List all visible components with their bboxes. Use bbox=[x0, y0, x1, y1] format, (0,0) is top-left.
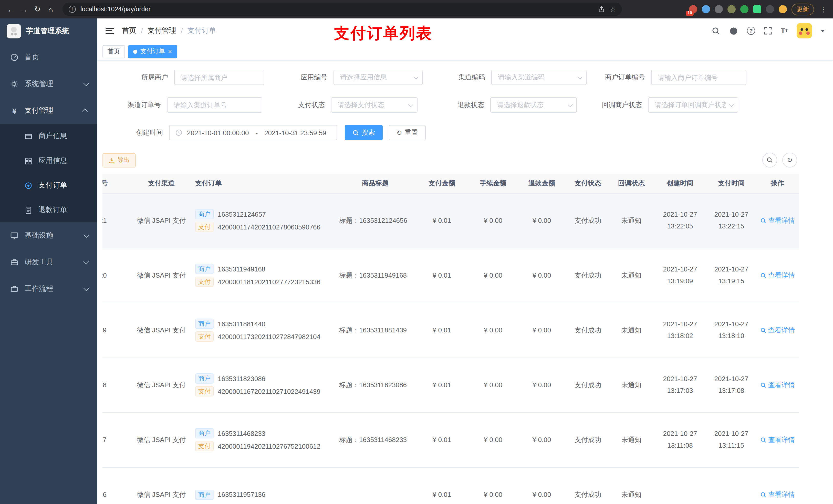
view-detail-link[interactable]: 查看详情 bbox=[760, 380, 795, 389]
clock-icon bbox=[175, 129, 182, 136]
merchant-order-no-input[interactable] bbox=[651, 70, 746, 85]
breadcrumb-home[interactable]: 首页 bbox=[122, 26, 136, 35]
app-window: ← → ↻ ⌂ i localhost:1024/pay/order ☆ 10 bbox=[0, 0, 833, 504]
cell-id: 118 bbox=[102, 358, 130, 412]
channel-order-no-input[interactable] bbox=[167, 97, 262, 113]
search-icon[interactable] bbox=[712, 26, 720, 35]
chevron-down-icon bbox=[84, 285, 89, 291]
cell-channel: 微信 JSAPI 支付 bbox=[130, 467, 192, 504]
sidebar-item-label: 退款订单 bbox=[39, 206, 67, 215]
sidebar-item-pay-order[interactable]: 支付订单 bbox=[0, 173, 97, 198]
cell-paid: 2021-10-2713:19:15 bbox=[707, 248, 756, 303]
table-row: 117 微信 JSAPI 支付 商户1635311468233 支付420000… bbox=[102, 412, 799, 467]
cell-title: 标题：1635312124656 bbox=[336, 193, 415, 248]
font-size-icon[interactable]: TT bbox=[781, 27, 788, 35]
sidebar-item-system[interactable]: 系统管理 bbox=[0, 71, 97, 97]
breadcrumb-current: 支付订单 bbox=[188, 26, 216, 35]
browser-update-button[interactable]: 更新 bbox=[791, 3, 814, 15]
cell-pay-status: 支付成功 bbox=[566, 467, 610, 504]
browser-back-icon[interactable]: ← bbox=[4, 3, 18, 16]
view-detail-link[interactable]: 查看详情 bbox=[760, 490, 795, 499]
view-detail-link[interactable]: 查看详情 bbox=[760, 216, 795, 225]
owner-merchant-input[interactable] bbox=[174, 70, 264, 85]
pay-status-select[interactable]: 请选择支付状态 bbox=[331, 97, 418, 113]
channel-code-select[interactable]: 请输入渠道编码 bbox=[491, 70, 587, 85]
help-icon[interactable]: ? bbox=[747, 27, 755, 35]
chevron-down-icon bbox=[408, 102, 413, 107]
sidebar-item-merchant-info[interactable]: 商户信息 bbox=[0, 124, 97, 148]
filter-label: 创建时间 bbox=[102, 128, 169, 137]
refresh-table-button[interactable]: ↻ bbox=[782, 153, 797, 167]
tab-home[interactable]: 首页 bbox=[102, 45, 125, 58]
view-detail-link[interactable]: 查看详情 bbox=[760, 271, 795, 280]
sidebar-item-refund-order[interactable]: 退款订单 bbox=[0, 198, 97, 222]
browser-menu-icon[interactable]: ⋮ bbox=[819, 5, 828, 13]
col-fee: 手续金额 bbox=[469, 174, 518, 193]
share-icon[interactable] bbox=[598, 6, 605, 13]
cell-paid: 2021-10-2713:17:08 bbox=[707, 358, 756, 412]
toggle-search-button[interactable] bbox=[762, 153, 777, 167]
github-icon[interactable] bbox=[729, 26, 738, 35]
cell-amount: ¥ 0.01 bbox=[415, 193, 469, 248]
filter-label: 商户订单编号 bbox=[587, 73, 651, 82]
extension-icon[interactable] bbox=[753, 5, 761, 13]
browser-forward-icon[interactable]: → bbox=[18, 3, 31, 16]
cell-notify-status: 未通知 bbox=[610, 412, 653, 467]
browser-refresh-icon[interactable]: ↻ bbox=[31, 3, 44, 16]
user-dropdown-caret-icon[interactable] bbox=[821, 29, 825, 32]
cell-fee: ¥ 0.00 bbox=[469, 303, 518, 358]
cell-refund: ¥ 0.00 bbox=[518, 193, 566, 248]
table-row: 121 微信 JSAPI 支付 商户1635312124657 支付420000… bbox=[102, 193, 799, 248]
merchant-order-no: 1635311949168 bbox=[218, 265, 265, 273]
url-text[interactable]: localhost:1024/pay/order bbox=[80, 6, 594, 13]
reset-button[interactable]: ↻ 重置 bbox=[389, 125, 426, 140]
cell-id: 119 bbox=[102, 303, 130, 358]
user-avatar[interactable] bbox=[796, 23, 812, 39]
filter-create-time: 创建时间 2021-10-01 00:00:00 - 2021-10-31 23… bbox=[102, 125, 337, 140]
cell-title: 标题：1635311823086 bbox=[336, 358, 415, 412]
extension-icon[interactable] bbox=[715, 5, 723, 13]
sidebar-item-home[interactable]: 首页 bbox=[0, 44, 97, 71]
create-time-range-picker[interactable]: 2021-10-01 00:00:00 - 2021-10-31 23:59:5… bbox=[169, 125, 337, 140]
extension-icon[interactable] bbox=[702, 5, 710, 13]
chevron-down-icon bbox=[84, 232, 89, 238]
extension-pin-icon[interactable] bbox=[766, 5, 774, 13]
site-info-icon[interactable]: i bbox=[69, 6, 76, 13]
app-logo-row[interactable]: 芋道管理系统 bbox=[0, 19, 97, 44]
profile-avatar-icon[interactable] bbox=[779, 5, 787, 13]
tab-pay-order[interactable]: 支付订单 × bbox=[128, 45, 177, 58]
extension-icon[interactable] bbox=[728, 5, 736, 13]
sidebar-item-pay-management[interactable]: ¥ 支付管理 bbox=[0, 97, 97, 124]
sidebar-item-dev-tools[interactable]: 研发工具 bbox=[0, 249, 97, 275]
col-id: 编号 bbox=[102, 174, 130, 193]
fullscreen-icon[interactable] bbox=[764, 27, 772, 35]
sidebar-item-workflow[interactable]: 工作流程 bbox=[0, 275, 97, 302]
sidebar-toggle-icon[interactable] bbox=[105, 28, 114, 34]
extension-check-icon[interactable] bbox=[740, 5, 748, 13]
cell-refund: ¥ 0.00 bbox=[518, 412, 566, 467]
sidebar-item-infrastructure[interactable]: 基础设施 bbox=[0, 222, 97, 249]
cell-channel: 微信 JSAPI 支付 bbox=[130, 193, 192, 248]
pay-tag: 支付 bbox=[195, 386, 214, 397]
sidebar-item-label: 研发工具 bbox=[25, 258, 53, 267]
close-icon[interactable]: × bbox=[168, 48, 172, 55]
browser-home-icon[interactable]: ⌂ bbox=[44, 3, 57, 16]
notify-status-select[interactable]: 请选择订单回调商户状态 bbox=[648, 97, 738, 113]
refund-status-select[interactable]: 请选择退款状态 bbox=[490, 97, 577, 113]
bookmark-star-icon[interactable]: ☆ bbox=[610, 5, 616, 13]
cell-notify-status: 未通知 bbox=[610, 248, 653, 303]
export-button[interactable]: 导出 bbox=[102, 153, 136, 167]
col-created: 创建时间 bbox=[653, 174, 707, 193]
pay-order-no: 4200001194202110276752100612 bbox=[218, 442, 320, 450]
view-detail-link[interactable]: 查看详情 bbox=[760, 435, 795, 444]
content-area: 首页 / 支付管理 / 支付订单 支付订单列表 bbox=[97, 19, 833, 504]
cell-created: 2021-10-2713:19:09 bbox=[653, 248, 707, 303]
app-no-select[interactable]: 请选择应用信息 bbox=[334, 70, 423, 85]
extension-icon[interactable]: 10 bbox=[689, 5, 697, 13]
breadcrumb-pay-management[interactable]: 支付管理 bbox=[147, 26, 176, 35]
view-detail-link[interactable]: 查看详情 bbox=[760, 326, 795, 335]
address-bar[interactable]: i localhost:1024/pay/order ☆ bbox=[63, 3, 622, 16]
sidebar-item-app-info[interactable]: 应用信息 bbox=[0, 148, 97, 173]
page-body: 所属商户 应用编号 请选择应用信息 渠道编码 请输入渠道编码 bbox=[97, 61, 833, 504]
search-button[interactable]: 搜索 bbox=[345, 125, 383, 140]
